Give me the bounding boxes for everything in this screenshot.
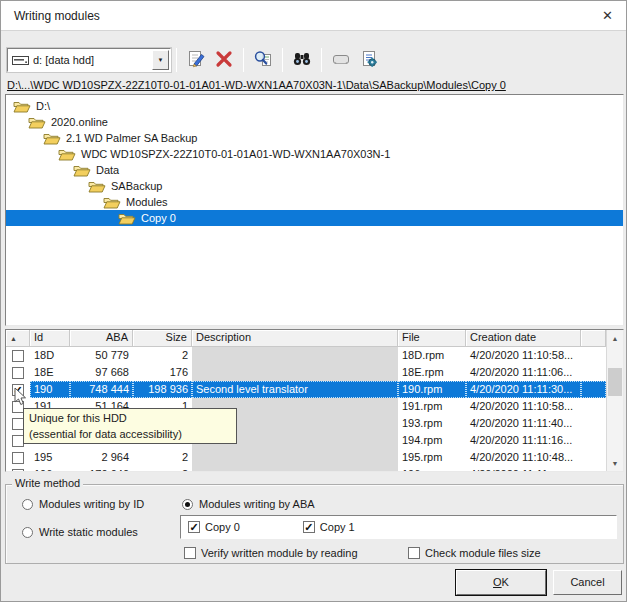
tooltip-line-2: (essential for data accessibility) bbox=[29, 426, 231, 442]
cell-date: 4/20/2020 11:11:... bbox=[466, 466, 581, 471]
table-scrollbar[interactable]: ▲ ▼ bbox=[606, 330, 623, 471]
cell-extra bbox=[581, 347, 606, 364]
checkbox-copy-1[interactable]: ✓Copy 1 bbox=[303, 521, 355, 533]
toolbar-separator bbox=[176, 48, 177, 72]
panel-button[interactable] bbox=[327, 47, 355, 73]
drive-selector[interactable]: d: [data hdd] ▼ bbox=[7, 48, 171, 72]
tree-item-4[interactable]: Data bbox=[6, 162, 623, 178]
column-header-description[interactable]: Description bbox=[192, 330, 398, 347]
radio-dot bbox=[182, 499, 193, 510]
column-header-file[interactable]: File bbox=[398, 330, 466, 347]
scroll-down-icon[interactable]: ▼ bbox=[607, 455, 623, 471]
radio-modules-writing-by-aba[interactable]: Modules writing by ABA bbox=[182, 498, 315, 510]
tree-item-5[interactable]: SABackup bbox=[6, 178, 623, 194]
tree-item-1[interactable]: 2020.online bbox=[6, 114, 623, 130]
row-checkbox-cell bbox=[6, 466, 30, 471]
checkbox-box: ✓ bbox=[303, 521, 315, 533]
checkbox-box bbox=[408, 547, 420, 559]
cell-desc bbox=[192, 466, 398, 471]
button-panel-icon bbox=[331, 52, 351, 68]
cell-date: 4/20/2020 11:11:16... bbox=[466, 432, 581, 449]
tree-item-label: Data bbox=[96, 162, 119, 178]
file-settings-button[interactable] bbox=[355, 47, 383, 73]
tree-item-label: D:\ bbox=[36, 98, 50, 114]
tree-item-0[interactable]: D:\ bbox=[6, 98, 623, 114]
folder-icon bbox=[28, 116, 46, 129]
scrollbar-thumb[interactable] bbox=[608, 368, 622, 396]
row-checkbox-cell bbox=[6, 347, 30, 364]
cell-file: 191.rpm bbox=[398, 398, 466, 415]
tree-item-6[interactable]: Modules bbox=[6, 194, 623, 210]
tree-item-label: WDC WD10SPZX-22Z10T0-01-01A01-WD-WXN1AA7… bbox=[81, 146, 390, 162]
drive-icon bbox=[12, 55, 29, 66]
cell-size: 198 936 bbox=[133, 381, 192, 398]
chevron-down-icon[interactable]: ▼ bbox=[152, 50, 169, 70]
binoculars-icon bbox=[292, 50, 312, 70]
column-header-size[interactable]: Size bbox=[133, 330, 192, 347]
cell-size: 2 bbox=[133, 449, 192, 466]
column-header-creation-date[interactable]: Creation date bbox=[466, 330, 581, 347]
row-checkbox[interactable] bbox=[12, 350, 24, 362]
radio-label: Modules writing by ID bbox=[39, 498, 144, 510]
table-row[interactable]: 1952 9642195.rpm4/20/2020 11:10:48... bbox=[6, 449, 606, 466]
find-button[interactable] bbox=[288, 47, 316, 73]
folder-icon bbox=[13, 100, 31, 113]
table-header-row: ▲IdABASizeDescriptionFileCreation date bbox=[6, 330, 606, 347]
cell-aba: 97 668 bbox=[70, 364, 133, 381]
cell-extra bbox=[581, 449, 606, 466]
cell-size: 176 bbox=[133, 364, 192, 381]
table-row[interactable]: 18D50 779218D.rpm4/20/2020 11:10:58... bbox=[6, 347, 606, 364]
column-header-sort[interactable]: ▲ bbox=[6, 330, 30, 347]
tree-item-2[interactable]: 2.1 WD Palmer SA Backup bbox=[6, 130, 623, 146]
scroll-up-icon[interactable]: ▲ bbox=[607, 330, 623, 346]
delete-button[interactable] bbox=[210, 47, 238, 73]
cell-file: 195.rpm bbox=[398, 449, 466, 466]
row-checkbox[interactable] bbox=[12, 367, 24, 379]
row-checkbox[interactable] bbox=[12, 452, 24, 464]
cell-extra bbox=[581, 398, 606, 415]
red-x-icon bbox=[215, 50, 233, 70]
cell-aba: 170 040 bbox=[70, 466, 133, 471]
mouse-cursor-icon bbox=[14, 387, 27, 408]
cancel-button[interactable]: Cancel bbox=[553, 570, 622, 595]
column-header-blank[interactable] bbox=[581, 330, 606, 347]
table-row[interactable]: ✓190748 444198 936Second level translato… bbox=[6, 381, 606, 398]
cell-aba: 50 779 bbox=[70, 347, 133, 364]
ok-button-label: OK bbox=[457, 571, 545, 593]
radio-write-static-modules[interactable]: Write static modules bbox=[22, 526, 138, 538]
tree-item-3[interactable]: WDC WD10SPZX-22Z10T0-01-01A01-WD-WXN1AA7… bbox=[6, 146, 623, 162]
radio-label: Write static modules bbox=[39, 526, 138, 538]
drive-selector-value: d: [data hdd] bbox=[33, 54, 152, 66]
sort-asc-icon: ▲ bbox=[10, 335, 17, 342]
cell-file: 18E.rpm bbox=[398, 364, 466, 381]
table-row[interactable]: 196170 0402196.rpm4/20/2020 11:11:... bbox=[6, 466, 606, 471]
cell-file: 196.rpm bbox=[398, 466, 466, 471]
cell-file: 18D.rpm bbox=[398, 347, 466, 364]
tree-item-7[interactable]: Copy 0 bbox=[6, 210, 623, 226]
preview-button[interactable] bbox=[249, 47, 277, 73]
toolbar: d: [data hdd] ▼ bbox=[7, 45, 383, 75]
folder-icon bbox=[118, 212, 136, 225]
radio-modules-writing-by-id[interactable]: Modules writing by ID bbox=[22, 498, 144, 510]
cell-file: 194.rpm bbox=[398, 432, 466, 449]
path-link[interactable]: D:\...\WDC WD10SPZX-22Z10T0-01-01A01-WD-… bbox=[7, 79, 620, 91]
close-icon[interactable]: ✕ bbox=[602, 8, 613, 23]
table-row[interactable]: 18E97 66817618E.rpm4/20/2020 11:11:06... bbox=[6, 364, 606, 381]
folder-icon bbox=[43, 132, 61, 145]
row-checkbox[interactable] bbox=[12, 469, 24, 472]
folder-icon bbox=[58, 148, 76, 161]
column-header-aba[interactable]: ABA bbox=[70, 330, 133, 347]
tree-item-label: 2.1 WD Palmer SA Backup bbox=[66, 130, 197, 146]
cell-aba: 748 444 bbox=[70, 381, 133, 398]
column-header-id[interactable]: Id bbox=[30, 330, 70, 347]
cell-date: 4/20/2020 11:11:06... bbox=[466, 364, 581, 381]
checkbox-verify-written-module-by-reading[interactable]: Verify written module by reading bbox=[184, 547, 358, 559]
cell-aba: 2 964 bbox=[70, 449, 133, 466]
copies-panel: ✓Copy 0✓Copy 1 bbox=[180, 515, 617, 539]
edit-button[interactable] bbox=[182, 47, 210, 73]
checkbox-copy-0[interactable]: ✓Copy 0 bbox=[188, 521, 240, 533]
cell-desc: Second level translator bbox=[192, 381, 398, 398]
ok-button[interactable]: OK bbox=[456, 570, 546, 595]
cell-id: 18E bbox=[30, 364, 70, 381]
checkbox-check-module-files-size[interactable]: Check module files size bbox=[408, 547, 541, 559]
